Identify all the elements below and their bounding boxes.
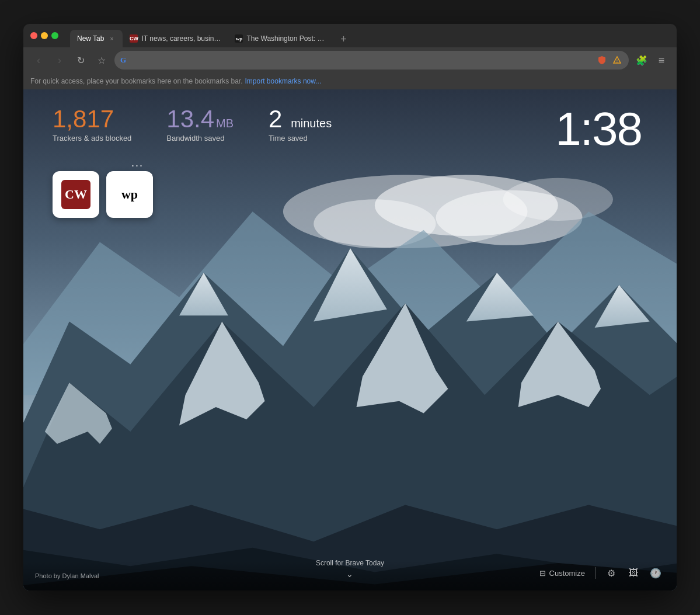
more-options-button[interactable]: ···: [131, 159, 144, 172]
customize-label: Customize: [549, 569, 585, 578]
add-tab-button[interactable]: +: [335, 31, 351, 47]
svg-point-7: [503, 178, 613, 221]
scroll-chevron-icon: ⌄: [346, 569, 353, 579]
minimize-button[interactable]: [41, 32, 48, 39]
toolbar-right: 🧩 ≡: [633, 52, 670, 68]
extensions-button[interactable]: 🧩: [633, 52, 650, 68]
scroll-brave-today[interactable]: Scroll for Brave Today ⌄: [316, 559, 384, 579]
tab-cw[interactable]: CW IT news, careers, business technolo: [123, 30, 228, 47]
photo-credit: Photo by Dylan Malval: [35, 572, 99, 579]
tab-wp[interactable]: wp The Washington Post: Breaking New: [228, 30, 333, 47]
gear-icon: ⚙: [607, 568, 615, 579]
extensions-icon: 🧩: [636, 55, 647, 66]
trackers-stat: 1,817 Trackers & ads blocked: [53, 107, 131, 143]
brave-shield-icon[interactable]: [596, 54, 608, 66]
trackers-value: 1,817: [53, 107, 131, 131]
forward-button[interactable]: ›: [51, 52, 68, 68]
tab-close-new-tab[interactable]: ×: [107, 34, 116, 43]
google-logo: G: [120, 55, 130, 65]
bookmarks-message: For quick access, place your bookmarks h…: [30, 77, 243, 85]
tab-new-tab[interactable]: New Tab ×: [70, 30, 123, 47]
bandwidth-value: 13.4MB: [166, 107, 234, 131]
reload-icon: ↻: [77, 55, 85, 66]
wp-favicon: wp: [235, 34, 243, 43]
menu-icon: ≡: [659, 54, 665, 67]
import-bookmarks-link[interactable]: Import bookmarks now...: [245, 77, 322, 85]
history-icon: 🕐: [650, 568, 661, 579]
forward-icon: ›: [58, 54, 61, 67]
back-icon: ‹: [37, 54, 40, 67]
time-value: 2 minutes: [269, 107, 332, 131]
trackers-label: Trackers & ads blocked: [53, 134, 131, 143]
back-button[interactable]: ‹: [30, 52, 47, 68]
bandwidth-label: Bandwidth saved: [166, 134, 234, 143]
speed-dial-wp[interactable]: wp: [106, 171, 153, 218]
background-image: [23, 89, 677, 590]
new-tab-page: 1,817 Trackers & ads blocked 13.4MB Band…: [23, 89, 677, 590]
bookmarks-bar: For quick access, place your bookmarks h…: [23, 73, 677, 89]
close-button[interactable]: [30, 32, 37, 39]
time-stat: 2 minutes Time saved: [269, 107, 332, 143]
bottom-separator: [595, 567, 596, 579]
menu-button[interactable]: ≡: [653, 52, 670, 68]
tab-cw-label: IT news, careers, business technolo: [141, 34, 221, 43]
tab-new-tab-label: New Tab: [77, 34, 104, 43]
sliders-icon: ⊟: [539, 569, 546, 578]
history-button[interactable]: 🕐: [646, 564, 665, 582]
url-input[interactable]: [133, 56, 593, 65]
stats-overlay: 1,817 Trackers & ads blocked 13.4MB Band…: [53, 107, 332, 143]
bookmark-icon: ☆: [97, 55, 106, 66]
browser-window: New Tab × CW IT news, careers, business …: [23, 24, 677, 590]
wallpaper-button[interactable]: 🖼: [624, 564, 643, 582]
bottom-right-icons: ⊟ Customize ⚙ 🖼 🕐: [535, 564, 665, 582]
image-icon: 🖼: [629, 568, 638, 578]
title-bar: New Tab × CW IT news, careers, business …: [23, 24, 677, 47]
brave-alert-icon[interactable]: !: [611, 54, 623, 66]
cw-favicon: CW: [130, 34, 138, 43]
bandwidth-stat: 13.4MB Bandwidth saved: [166, 107, 234, 143]
wp-site-logo: wp: [115, 180, 144, 209]
svg-text:!: !: [617, 59, 618, 63]
speed-dials: CW wp: [53, 171, 153, 218]
speed-dial-cw[interactable]: CW: [53, 171, 99, 218]
clock-display: 1:38: [555, 102, 642, 156]
traffic-lights: [30, 32, 58, 39]
toolbar: ‹ › ↻ ☆ G !: [23, 47, 677, 73]
tab-wp-label: The Washington Post: Breaking New: [246, 34, 326, 43]
maximize-button[interactable]: [51, 32, 58, 39]
cw-site-logo: CW: [61, 180, 90, 209]
address-bar[interactable]: G !: [114, 51, 629, 70]
settings-icon-button[interactable]: ⚙: [602, 564, 621, 582]
time-label: Time saved: [269, 134, 332, 143]
bookmark-button[interactable]: ☆: [93, 52, 110, 68]
reload-button[interactable]: ↻: [72, 52, 89, 68]
scroll-label: Scroll for Brave Today: [316, 559, 384, 567]
customize-button[interactable]: ⊟ Customize: [535, 567, 590, 580]
